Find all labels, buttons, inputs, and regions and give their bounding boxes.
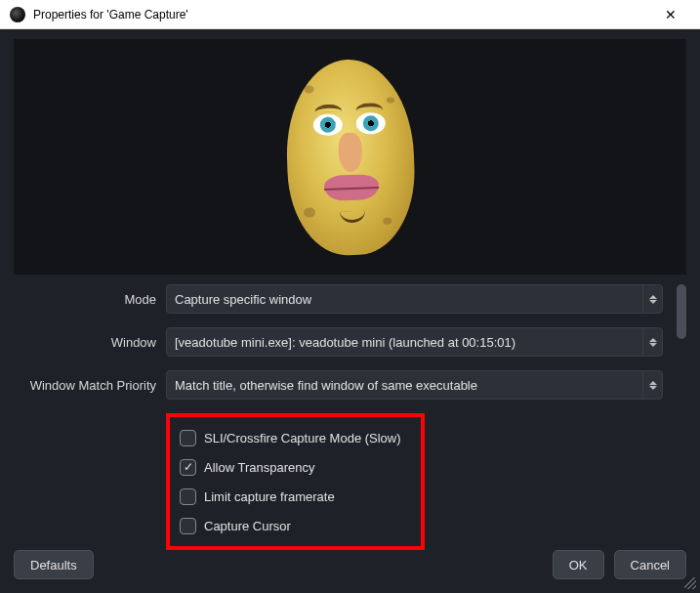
ok-button[interactable]: OK <box>553 550 604 579</box>
spinner-icon <box>642 371 662 399</box>
transparency-checkbox[interactable] <box>180 459 196 476</box>
spinner-icon <box>642 285 662 313</box>
transparency-checkbox-label: Allow Transparency <box>204 460 314 475</box>
highlighted-checkbox-group: SLI/Crossfire Capture Mode (Slow) Allow … <box>166 413 425 550</box>
window-title: Properties for 'Game Capture' <box>33 8 651 21</box>
cancel-button[interactable]: Cancel <box>614 550 686 579</box>
dialog-footer: Defaults OK Cancel <box>14 550 686 579</box>
dialog-content: Mode Capture specific window Window [vea… <box>0 29 700 593</box>
limit-fps-checkbox-label: Limit capture framerate <box>204 489 335 504</box>
spinner-icon <box>642 328 662 356</box>
obs-logo-icon <box>10 7 25 22</box>
priority-label: Window Match Priority <box>14 378 166 393</box>
preview-avatar <box>283 57 417 256</box>
source-preview <box>14 39 686 275</box>
mode-label: Mode <box>14 292 166 307</box>
sli-checkbox[interactable] <box>180 430 196 446</box>
titlebar: Properties for 'Game Capture' ✕ <box>0 0 700 29</box>
window-select-value: [veadotube mini.exe]: veadotube mini (la… <box>175 335 515 350</box>
cursor-checkbox-label: Capture Cursor <box>204 519 291 533</box>
properties-form: Mode Capture specific window Window [vea… <box>14 284 686 550</box>
scrollbar[interactable] <box>677 284 686 339</box>
mode-select-value: Capture specific window <box>175 292 311 307</box>
resize-grip-icon[interactable] <box>684 577 696 589</box>
priority-select-value: Match title, otherwise find window of sa… <box>175 378 477 393</box>
mode-select[interactable]: Capture specific window <box>166 284 663 314</box>
sli-checkbox-label: SLI/Crossfire Capture Mode (Slow) <box>204 431 401 445</box>
cursor-checkbox[interactable] <box>180 518 196 534</box>
priority-select[interactable]: Match title, otherwise find window of sa… <box>166 370 663 400</box>
window-select[interactable]: [veadotube mini.exe]: veadotube mini (la… <box>166 327 663 357</box>
defaults-button[interactable]: Defaults <box>14 550 94 579</box>
limit-fps-checkbox[interactable] <box>180 488 196 505</box>
window-label: Window <box>14 335 166 350</box>
close-button[interactable]: ✕ <box>651 0 690 29</box>
